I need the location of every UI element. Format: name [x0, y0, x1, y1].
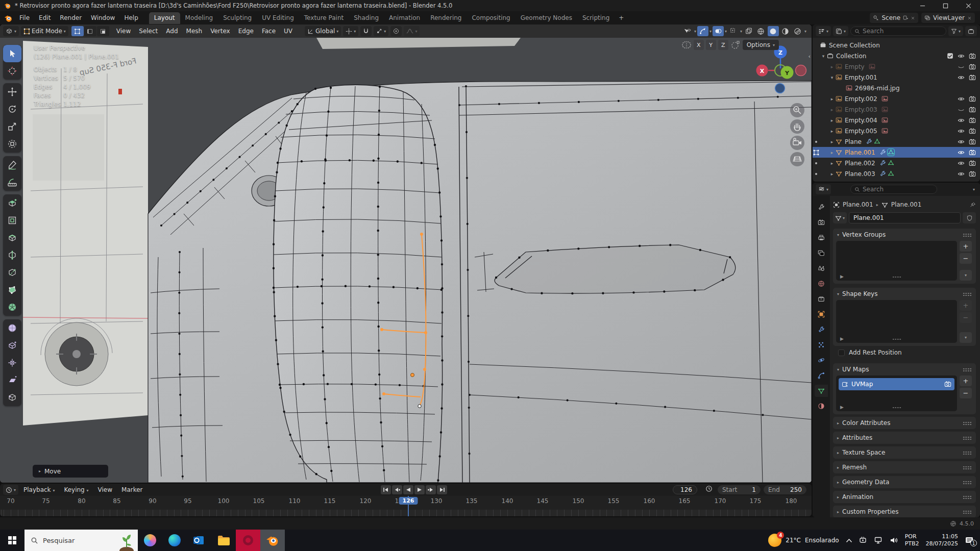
- menu-window[interactable]: Window: [86, 13, 119, 22]
- vp-menu-view[interactable]: View: [112, 28, 135, 35]
- mirror-z-button[interactable]: Z: [718, 40, 728, 50]
- play-reverse-button[interactable]: [403, 485, 413, 494]
- unlink-scene-icon[interactable]: [911, 16, 915, 20]
- color-attributes-panel[interactable]: ▸Color Attributes: [833, 417, 976, 429]
- hide-icon[interactable]: [958, 160, 965, 167]
- hide-icon[interactable]: [958, 149, 965, 156]
- tab-texture-paint[interactable]: Texture Paint: [299, 12, 349, 24]
- viewport-3d[interactable]: ▾ Edit Mode▾ View Select Add Mesh Vertex…: [0, 24, 812, 483]
- hidden-icon[interactable]: [958, 63, 965, 70]
- properties-editor-type-button[interactable]: ▾: [816, 184, 831, 194]
- timeline-ruler[interactable]: 70 75 80 85 90 95 100 105 110 115 120 12…: [0, 496, 812, 516]
- breadcrumb-object[interactable]: Plane.001: [843, 201, 873, 208]
- timeline-menu-keying[interactable]: Keying ▾: [60, 486, 92, 493]
- outliner-row-scene-collection[interactable]: Scene Collection: [813, 40, 980, 51]
- mesh-datablock-menu[interactable]: ▾: [833, 212, 847, 223]
- tab-view-layer[interactable]: [815, 247, 828, 259]
- panel-grip[interactable]: [963, 233, 972, 237]
- tab-physics[interactable]: [815, 354, 828, 366]
- scene-selector[interactable]: Scene: [870, 13, 918, 23]
- remove-uvmap-button[interactable]: −: [960, 388, 972, 398]
- tool-rotate[interactable]: [3, 101, 21, 118]
- tool-knife[interactable]: [3, 264, 21, 281]
- maximize-button[interactable]: [934, 0, 957, 11]
- taskbar-app-blender[interactable]: [260, 530, 285, 551]
- pin-icon[interactable]: [969, 202, 976, 208]
- render-visibility-icon[interactable]: [969, 170, 976, 178]
- render-visibility-icon[interactable]: [969, 106, 976, 113]
- tab-scene[interactable]: [815, 262, 828, 274]
- tab-material[interactable]: [815, 400, 828, 412]
- prev-keyframe-button[interactable]: [392, 485, 402, 494]
- tool-measure[interactable]: [3, 173, 21, 191]
- play-button[interactable]: [414, 485, 425, 494]
- shape-keys-header[interactable]: ▾Shape Keys: [833, 288, 976, 300]
- add-vertex-group-button[interactable]: +: [960, 241, 972, 252]
- minimize-button[interactable]: [911, 0, 934, 11]
- tool-smooth[interactable]: [3, 319, 21, 337]
- jump-to-end-button[interactable]: [437, 485, 447, 494]
- taskbar-app-outlook[interactable]: [187, 530, 211, 551]
- tool-spin[interactable]: [3, 298, 21, 316]
- remove-viewlayer-icon[interactable]: [967, 16, 972, 20]
- operator-panel[interactable]: ▸ Move: [33, 465, 108, 478]
- panel-grip[interactable]: [963, 292, 972, 296]
- outliner-search[interactable]: Search: [850, 27, 946, 36]
- custom-properties-panel[interactable]: ▸Custom Properties: [833, 506, 976, 517]
- tab-world[interactable]: [815, 278, 828, 290]
- tab-particles[interactable]: [815, 339, 828, 351]
- proportional-editing-toggle[interactable]: [390, 26, 402, 36]
- xray-toggle[interactable]: [728, 26, 739, 36]
- screen-record-icon[interactable]: [859, 537, 868, 544]
- edge-select-toggle[interactable]: [84, 26, 96, 36]
- datablock-name-field[interactable]: Plane.001: [849, 212, 961, 223]
- face-select-toggle[interactable]: [97, 26, 109, 36]
- tool-loop-cut[interactable]: [3, 246, 21, 264]
- tab-tool[interactable]: [815, 201, 828, 213]
- outliner-row-empty-001[interactable]: ▾ Empty.001: [813, 72, 980, 83]
- remove-vertex-group-button[interactable]: −: [960, 253, 972, 264]
- frame-end-field[interactable]: End250: [764, 485, 806, 494]
- shading-rendered-button[interactable]: [792, 26, 803, 36]
- volume-icon[interactable]: [890, 537, 898, 544]
- show-object-types-button[interactable]: [682, 26, 693, 36]
- outliner-filter-button[interactable]: ▾: [948, 26, 963, 36]
- vp-menu-uv[interactable]: UV: [280, 28, 297, 35]
- tab-object[interactable]: [815, 308, 828, 320]
- editor-type-button[interactable]: ▾: [3, 26, 19, 36]
- blender-menu-icon[interactable]: [4, 14, 13, 22]
- overlays-toggle[interactable]: [713, 26, 724, 36]
- playhead-badge[interactable]: 126: [399, 497, 418, 505]
- outliner-row-empty-005[interactable]: ▸ Empty.005: [813, 126, 980, 136]
- snap-toggle[interactable]: [360, 26, 372, 36]
- tab-layout[interactable]: Layout: [149, 12, 180, 24]
- remesh-panel[interactable]: ▸Remesh: [833, 461, 976, 473]
- properties-options-icon[interactable]: ▾: [973, 187, 977, 192]
- render-visibility-icon[interactable]: [969, 128, 976, 135]
- shading-solid-button[interactable]: [768, 26, 779, 36]
- attributes-panel[interactable]: ▸Attributes: [833, 432, 976, 444]
- taskbar-app-opera-gx[interactable]: [236, 530, 260, 551]
- breadcrumb-data[interactable]: Plane.001: [891, 201, 922, 208]
- vp-menu-edge[interactable]: Edge: [234, 28, 258, 35]
- vp-menu-face[interactable]: Face: [258, 28, 280, 35]
- outliner-row-empty[interactable]: ▸ Empty: [813, 61, 980, 72]
- tool-scale[interactable]: [3, 118, 21, 135]
- camera-view-button[interactable]: [790, 136, 804, 150]
- hide-icon[interactable]: [958, 128, 965, 135]
- tool-move[interactable]: [3, 83, 21, 101]
- shading-material-button[interactable]: [780, 26, 791, 36]
- language-indicator[interactable]: PORPTB2: [905, 533, 919, 547]
- hide-icon[interactable]: [958, 170, 965, 178]
- new-collection-button[interactable]: [965, 26, 977, 36]
- tab-scripting[interactable]: Scripting: [577, 12, 615, 24]
- region-collapse-icon[interactable]: ‹: [808, 53, 811, 60]
- timeline-editor-type-button[interactable]: ▾: [3, 485, 18, 495]
- hide-icon[interactable]: [958, 138, 965, 145]
- tab-animation[interactable]: Animation: [384, 12, 425, 24]
- uvmap-item[interactable]: UVMap: [839, 378, 954, 390]
- vertex-select-toggle[interactable]: [71, 26, 84, 36]
- tool-select-box[interactable]: [3, 45, 21, 62]
- viewlayer-selector[interactable]: ViewLayer: [921, 13, 975, 23]
- tool-cursor[interactable]: [3, 62, 21, 80]
